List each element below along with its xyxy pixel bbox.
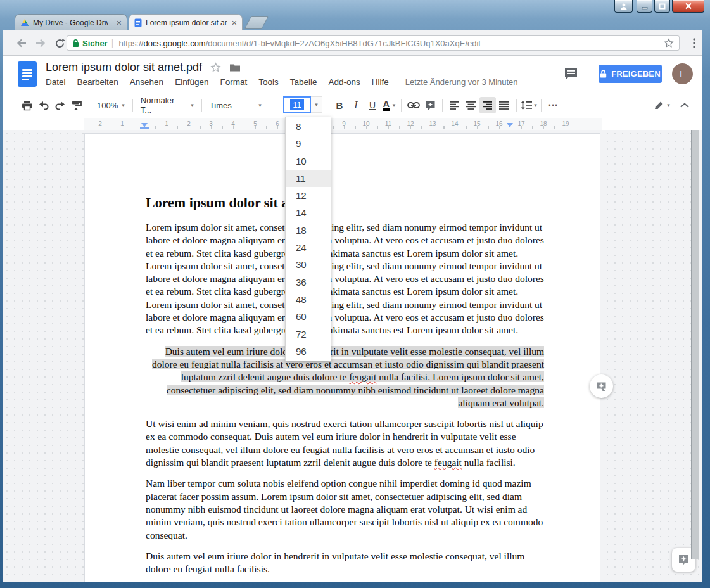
menu-bearbeiten[interactable]: Bearbeiten bbox=[77, 77, 118, 87]
back-button[interactable] bbox=[15, 36, 29, 50]
align-right-button[interactable] bbox=[479, 97, 496, 113]
menu-tools[interactable]: Tools bbox=[258, 77, 279, 87]
underline-button[interactable]: U bbox=[364, 97, 381, 113]
comments-button[interactable] bbox=[564, 67, 578, 83]
left-indent-marker[interactable] bbox=[141, 123, 148, 127]
star-document-icon[interactable] bbox=[210, 62, 221, 73]
font-size-input[interactable]: 11 bbox=[283, 96, 311, 113]
menu-ansehen[interactable]: Ansehen bbox=[130, 77, 163, 87]
font-size-menu: 89101112141824303648607296 bbox=[285, 117, 331, 361]
font-size-option-36[interactable]: 36 bbox=[286, 274, 331, 291]
share-button[interactable]: FREIGEBEN bbox=[599, 65, 662, 83]
tab-close-icon[interactable]: × bbox=[232, 18, 237, 27]
insert-link-button[interactable] bbox=[405, 97, 422, 113]
new-tab-button[interactable] bbox=[244, 16, 269, 29]
font-size-option-14[interactable]: 14 bbox=[286, 204, 331, 221]
menu-bar: DateiBearbeitenAnsehenEinfügenFormatTool… bbox=[46, 77, 389, 87]
tab-document[interactable]: Lorem ipsum dolor sit am × bbox=[129, 14, 243, 30]
print-button[interactable] bbox=[19, 97, 35, 113]
menu-einfgen[interactable]: Einfügen bbox=[175, 77, 208, 87]
security-label: Sicher bbox=[82, 39, 108, 48]
menu-format[interactable]: Format bbox=[220, 77, 247, 87]
misspelled-word[interactable]: feugait bbox=[349, 371, 376, 382]
right-indent-marker[interactable] bbox=[507, 123, 513, 127]
font-size-option-9[interactable]: 9 bbox=[286, 135, 331, 152]
editing-mode-button[interactable]: ▾ bbox=[654, 97, 670, 113]
bookmark-star-icon[interactable] bbox=[664, 38, 674, 48]
menu-hilfe[interactable]: Hilfe bbox=[372, 77, 389, 87]
paint-format-button[interactable] bbox=[68, 97, 85, 113]
address-bar[interactable]: Sicher | https://docs.google.com/documen… bbox=[67, 35, 680, 51]
menu-tabelle[interactable]: Tabelle bbox=[290, 77, 317, 87]
italic-button[interactable]: I bbox=[348, 97, 364, 113]
bold-button[interactable]: B bbox=[331, 97, 348, 113]
maximize-button[interactable] bbox=[654, 0, 670, 13]
add-comment-margin-button[interactable] bbox=[590, 374, 613, 398]
document-paragraph[interactable]: Duis autem vel eum iriure dolor in hendr… bbox=[146, 550, 544, 576]
ruler[interactable]: 2112345678910111213141516171819 bbox=[3, 118, 702, 130]
google-docs-icon bbox=[134, 18, 142, 27]
font-size-option-30[interactable]: 30 bbox=[286, 256, 331, 273]
document-content[interactable]: Lorem ipsum dolor sit amet Lorem ipsum d… bbox=[146, 194, 544, 582]
add-comment-icon bbox=[425, 100, 436, 111]
font-size-option-10[interactable]: 10 bbox=[286, 153, 331, 170]
font-size-option-72[interactable]: 72 bbox=[286, 326, 331, 343]
align-left-button[interactable] bbox=[447, 97, 463, 113]
menu-row: DateiBearbeitenAnsehenEinfügenFormatTool… bbox=[46, 77, 518, 87]
reload-button[interactable] bbox=[53, 36, 67, 50]
paragraph-style-select[interactable]: Normaler T...▾ bbox=[137, 97, 198, 113]
document-title[interactable]: Lorem ipsum dolor sit amet.pdf bbox=[46, 61, 202, 74]
menu-addons[interactable]: Add-ons bbox=[328, 77, 360, 87]
font-size-option-12[interactable]: 12 bbox=[286, 187, 331, 204]
font-size-option-60[interactable]: 60 bbox=[286, 308, 331, 325]
tab-close-icon[interactable]: × bbox=[117, 18, 122, 27]
font-size-option-8[interactable]: 8 bbox=[286, 118, 331, 135]
document-paragraph[interactable]: Ut wisi enim ad minim veniam, quis nostr… bbox=[146, 418, 544, 469]
document-canvas[interactable]: Lorem ipsum dolor sit amet Lorem ipsum d… bbox=[3, 130, 702, 582]
font-size-option-96[interactable]: 96 bbox=[286, 343, 331, 360]
document-heading[interactable]: Lorem ipsum dolor sit amet bbox=[146, 194, 544, 212]
chrome-menu-button[interactable] bbox=[687, 36, 701, 50]
minimize-button[interactable] bbox=[637, 0, 652, 13]
font-size-option-48[interactable]: 48 bbox=[286, 291, 331, 308]
document-paragraph[interactable]: Duis autem vel eum iriure dolor in hendr… bbox=[146, 345, 544, 409]
hide-menus-button[interactable] bbox=[676, 97, 693, 113]
browser-navbar: Sicher | https://docs.google.com/documen… bbox=[3, 30, 702, 56]
vertical-scrollbar[interactable] bbox=[691, 130, 699, 559]
align-center-button[interactable] bbox=[463, 97, 479, 113]
font-size-dropdown-button[interactable]: ▾ bbox=[311, 96, 322, 113]
misspelled-word[interactable]: feugait bbox=[434, 457, 462, 468]
document-page[interactable]: Lorem ipsum dolor sit amet Lorem ipsum d… bbox=[84, 133, 600, 582]
document-paragraph[interactable]: Lorem ipsum dolor sit amet, consetetur s… bbox=[146, 221, 544, 337]
redo-button[interactable] bbox=[52, 97, 68, 113]
redo-icon bbox=[54, 100, 66, 110]
font-size-option-11[interactable]: 11 bbox=[286, 170, 331, 187]
move-folder-icon[interactable] bbox=[229, 63, 241, 72]
undo-button[interactable] bbox=[35, 97, 52, 113]
add-comment-button[interactable] bbox=[422, 97, 438, 113]
ruler-number: 9 bbox=[342, 120, 346, 127]
tab-title: Lorem ipsum dolor sit am bbox=[146, 18, 227, 27]
close-button[interactable] bbox=[672, 0, 704, 13]
text-color-button[interactable]: A▾ bbox=[381, 97, 397, 113]
more-options-button[interactable]: ••• bbox=[545, 97, 562, 113]
tab-my-drive[interactable]: My Drive - Google Drive × bbox=[15, 14, 127, 30]
menu-datei[interactable]: Datei bbox=[46, 77, 66, 87]
kebab-menu-icon bbox=[693, 38, 695, 48]
profile-button[interactable] bbox=[614, 0, 633, 13]
font-family-select[interactable]: Times▾ bbox=[206, 97, 265, 113]
docs-file-icon[interactable] bbox=[18, 61, 37, 87]
font-size-option-24[interactable]: 24 bbox=[286, 239, 331, 256]
forward-button[interactable] bbox=[34, 36, 48, 50]
font-size-field[interactable]: 11 ▾ bbox=[283, 96, 322, 113]
chevron-down-icon: ▾ bbox=[191, 102, 194, 108]
paragraph-container: Lorem ipsum dolor sit amet, consetetur s… bbox=[146, 221, 544, 582]
justify-button[interactable] bbox=[496, 97, 512, 113]
account-avatar[interactable]: L bbox=[672, 63, 693, 84]
line-spacing-button[interactable]: ▾ bbox=[521, 97, 537, 113]
last-change-link[interactable]: Letzte Änderung vor 3 Minuten bbox=[405, 77, 518, 87]
font-size-option-18[interactable]: 18 bbox=[286, 222, 331, 239]
zoom-select[interactable]: 100%▾ bbox=[93, 97, 129, 113]
document-paragraph[interactable]: Nam liber tempor cum soluta nobis eleife… bbox=[146, 477, 544, 541]
left-margin-marker[interactable] bbox=[140, 127, 149, 129]
